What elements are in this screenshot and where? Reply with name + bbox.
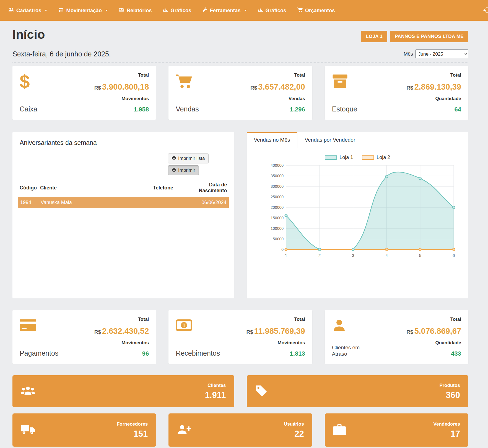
stat-card-vendas: Vendas Total R$3.657.482,00 Vendas 1.296: [168, 66, 312, 120]
print-button[interactable]: Imprimir: [168, 165, 199, 175]
legend-label: Loja 2: [377, 155, 390, 160]
exchange-icon: [58, 7, 64, 14]
store-button[interactable]: LOJA 1: [361, 31, 387, 42]
users-icon: [8, 7, 14, 14]
nav-item-graficos-1[interactable]: Gráficos: [163, 7, 191, 14]
count-label: Quantidade: [435, 340, 461, 346]
archive-icon: [332, 74, 348, 90]
chevron-down-icon: [105, 10, 108, 11]
nav-item-label: Relatórios: [127, 7, 152, 14]
nav-item-cadastros[interactable]: Cadastros: [8, 7, 47, 14]
count-value: 1.958: [134, 106, 149, 113]
printer-icon: [172, 168, 176, 173]
sales-tabs: Vendas no Mês Vendas por Vendedor: [247, 132, 469, 148]
count-label: Movimentos: [277, 340, 305, 346]
nav-item-movimentacao[interactable]: Movimentação: [58, 7, 108, 14]
nav-item-ferramentas[interactable]: Ferramentas: [203, 7, 247, 14]
cart-icon: [176, 74, 192, 90]
tab-vendas-por-vendedor[interactable]: Vendas por Vendedor: [297, 132, 362, 148]
total-value: R$2.869.130,39: [406, 82, 461, 92]
current-date: Sexta-feira, 6 de junho de 2025.: [12, 50, 111, 58]
wrench-icon: [203, 7, 207, 14]
cart-icon: [297, 7, 303, 14]
svg-text:5: 5: [419, 253, 421, 258]
newspaper-icon: [119, 7, 124, 14]
total-value: R$3.900.800,18: [94, 82, 149, 92]
stat-card-name: Pagamentos: [20, 349, 58, 357]
legend-swatch-loja2: [362, 155, 374, 160]
banner-label: Clientes: [207, 383, 226, 388]
banner-value: 1.911: [205, 390, 226, 400]
nav-item-relatorios[interactable]: Relatórios: [119, 7, 152, 14]
svg-text:1: 1: [285, 253, 287, 258]
banner-value: 360: [446, 390, 460, 400]
total-label: Total: [294, 72, 305, 78]
stat-card-recebimentos: 1 Recebimentos Total R$11.985.769,39 Mov…: [168, 310, 312, 364]
stat-card-caixa: $ Caixa Total R$3.900.800,18 Movimentos …: [12, 66, 156, 120]
chevron-down-icon: [45, 10, 47, 11]
stat-card-estoque: Estoque Total R$2.869.130,39 Quantidade …: [325, 66, 468, 120]
month-select[interactable]: June - 2025: [415, 50, 468, 58]
month-label: Mês: [404, 51, 413, 57]
stat-card-name: Clientes em Atraso: [332, 344, 368, 358]
page-header: Início LOJA 1 PANNOS E PANNOS LTDA ME: [12, 27, 468, 42]
count-value: 1.296: [290, 106, 305, 113]
svg-text:0: 0: [281, 247, 284, 252]
banner-usuarios[interactable]: Usuários 22: [168, 413, 312, 447]
total-value: R$11.985.769,39: [246, 327, 305, 336]
chevron-down-icon: [244, 10, 247, 11]
banner-fornecedores[interactable]: Fornecedores 151: [12, 413, 156, 447]
svg-text:2: 2: [318, 253, 321, 258]
tab-vendas-no-mes[interactable]: Vendas no Mês: [247, 132, 298, 148]
birthdays-table: Código Cliente Telefone Data de Nascimen…: [18, 178, 229, 208]
printer-icon: [172, 156, 176, 161]
sync-icon[interactable]: [483, 6, 488, 15]
banner-produtos[interactable]: Produtos 360: [247, 375, 469, 407]
user-plus-icon: [177, 424, 191, 436]
banner-vendedores[interactable]: Vendedores 17: [325, 413, 468, 447]
column-header-nascimento: Data de Nascimento: [181, 178, 229, 197]
banner-label: Vendedores: [434, 421, 460, 427]
banner-clientes[interactable]: Clientes 1.911: [12, 375, 234, 407]
svg-text:1: 1: [183, 322, 186, 328]
dollar-icon: $: [20, 72, 30, 91]
svg-text:200000: 200000: [271, 205, 284, 210]
banner-value: 151: [134, 429, 148, 439]
print-list-button[interactable]: Imprimir lista: [168, 153, 209, 163]
stat-card-pagamentos: Pagamentos Total R$2.632.430,52 Moviment…: [12, 310, 156, 364]
column-header-telefone: Telefone: [151, 178, 181, 197]
total-value: R$5.076.869,67: [406, 327, 461, 336]
banner-label: Produtos: [439, 383, 460, 388]
svg-text:3: 3: [352, 253, 354, 258]
count-label: Movimentos: [121, 96, 149, 101]
legend-loja2[interactable]: Loja 2: [362, 155, 390, 160]
banner-value: 17: [451, 429, 460, 439]
truck-icon: [21, 424, 35, 436]
total-label: Total: [450, 72, 461, 78]
cell-code: 1994: [18, 197, 38, 208]
stat-card-name: Vendas: [176, 105, 199, 113]
nav-item-label: Gráficos: [266, 7, 286, 14]
total-value: R$3.657.482,00: [250, 82, 305, 92]
stat-card-clientes-em-atraso: Clientes em Atraso Total R$5.076.869,67 …: [325, 310, 468, 364]
nav-item-label: Cadastros: [16, 7, 41, 14]
credit-card-icon: [20, 319, 36, 332]
nav-item-label: Ferramentas: [210, 7, 241, 14]
count-label: Quantidade: [435, 96, 461, 101]
count-label: Vendas: [289, 96, 305, 101]
legend-label: Loja 1: [339, 155, 353, 160]
stat-card-name: Recebimentos: [176, 349, 220, 357]
cell-client: Vanuska Maia: [38, 197, 151, 208]
cell-phone: [151, 197, 181, 208]
total-label: Total: [138, 317, 149, 322]
legend-loja1[interactable]: Loja 1: [325, 155, 353, 160]
count-label: Movimentos: [121, 340, 149, 346]
sales-panel: Vendas no Mês Vendas por Vendedor Loja 1…: [247, 132, 469, 298]
table-row[interactable]: 1994 Vanuska Maia 06/06/2024: [18, 197, 229, 208]
nav-item-orcamentos[interactable]: Orçamentos: [297, 7, 335, 14]
company-button[interactable]: PANNOS E PANNOS LTDA ME: [390, 31, 468, 42]
date-row: Sexta-feira, 6 de junho de 2025. Mês Jun…: [12, 50, 468, 62]
count-value: 433: [451, 350, 461, 357]
nav-item-graficos-2[interactable]: Gráficos: [258, 7, 286, 14]
svg-text:350000: 350000: [271, 174, 284, 178]
